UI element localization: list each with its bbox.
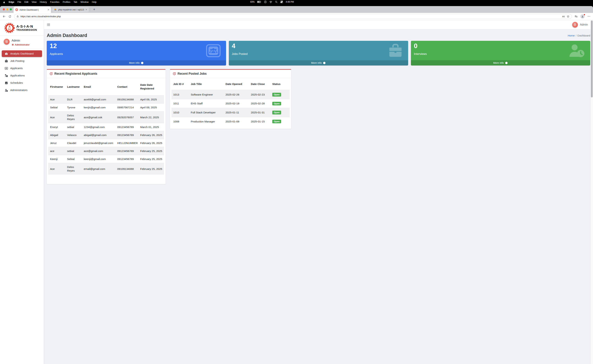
table-cell: sebial	[65, 123, 82, 131]
jobs-tbody: 1013Software Engineer2025-02-262025-02-2…	[171, 90, 290, 126]
browser-tab-phpmyadmin[interactable]: php-myadmin.net / sql113.infini ×	[52, 7, 89, 12]
table-cell: 2025-02-18	[224, 99, 249, 108]
arrow-circle-right-icon	[141, 61, 144, 65]
apple-icon[interactable]	[3, 1, 5, 3]
macos-menubar: Edge File Edit View History Favorites Pr…	[0, 0, 296, 4]
column-header: Email	[82, 78, 116, 96]
calendar-check-icon	[5, 81, 8, 84]
table-cell: ace	[48, 147, 65, 155]
table-cell: February 25, 2025	[138, 163, 164, 175]
table-cell: Jeruz	[48, 139, 65, 147]
table-cell: March 22, 2025	[138, 111, 164, 123]
sidebar-item-applications[interactable]: Applications	[2, 72, 42, 79]
page-content: Admin Dashboard Home/Dashboard 12 Applic…	[44, 29, 296, 182]
table-cell: 09957567214	[116, 104, 138, 111]
table-cell: EHS Staff	[189, 99, 224, 108]
avatar	[4, 39, 10, 45]
new-tab-button[interactable]: +	[92, 7, 96, 12]
table-cell: 09123456789	[116, 147, 138, 155]
recent-applicants-panel: Recent Registered Applicants Firstname L…	[47, 69, 165, 182]
more-info-link[interactable]: More info	[229, 60, 296, 65]
search-icon[interactable]	[275, 0, 278, 3]
table-cell: 2025-01-11	[224, 108, 249, 117]
brand-line1: A·S·I·A·N	[16, 25, 37, 28]
battery-icon	[257, 0, 261, 3]
table-cell: Open	[270, 108, 290, 117]
recent-jobs-panel: Recent Posted Jobs Job ID # Job Title Da…	[170, 69, 291, 129]
gauge-icon	[5, 52, 8, 55]
menu-item-window[interactable]: Window	[80, 1, 88, 3]
table-cell: 09123456789	[116, 123, 138, 131]
menu-item-view[interactable]: View	[32, 1, 36, 3]
table-cell: 2025-01-08	[224, 117, 249, 126]
tab-strip: Admin Dashboard | × php-myadmin.net / sq…	[0, 6, 296, 13]
sidebar-item-administrators[interactable]: Administrators	[2, 87, 42, 93]
table-cell: Ace	[48, 96, 65, 104]
sidebar-item-label: Applicants	[10, 67, 23, 70]
menu-item-help[interactable]: Help	[92, 1, 97, 3]
briefcase-icon	[5, 59, 8, 63]
close-window-button[interactable]	[3, 8, 5, 10]
table-cell: February 26, 2025	[138, 131, 164, 139]
table-cell: jeruzclaudel@gmail.com	[82, 139, 116, 147]
table-cell: Open	[270, 117, 290, 126]
close-tab-icon[interactable]: ×	[86, 8, 87, 11]
table-cell: 1011	[171, 99, 189, 108]
applicant-row: JeruzClaudeljeruzclaudel@gmail.comHELLON…	[48, 139, 164, 147]
table-cell: April 09, 2025	[138, 96, 164, 104]
browser-tab-admin-dashboard[interactable]: Admin Dashboard | ×	[13, 6, 51, 13]
brand[interactable]: A·S·I·A·N TRANSMISSION	[0, 20, 44, 36]
more-info-label: More info	[129, 61, 139, 64]
applicant-row: AceDelos Reyesace@gmail.cok09292076057Ma…	[48, 111, 164, 123]
menu-item-favorites[interactable]: Favorites	[50, 1, 59, 3]
brand-line2: TRANSMISSION	[16, 28, 37, 31]
close-tab-icon[interactable]: ×	[48, 8, 49, 11]
zoom-window-button[interactable]	[10, 8, 12, 10]
sidebar-item-schedules[interactable]: Schedules	[2, 79, 42, 86]
globe-icon	[12, 44, 14, 46]
column-header: Lastname	[65, 78, 82, 96]
table-cell: Abigail	[48, 131, 65, 139]
sidebar-item-label: Schedules	[10, 81, 23, 84]
table-cell: Tyrone	[65, 104, 82, 111]
topbar: Admin	[44, 20, 296, 29]
job-row: 1008Production Manager2025-01-082025-01-…	[171, 117, 290, 126]
table-cell: 1234@gmail.com	[82, 123, 116, 131]
tab-title: Admin Dashboard |	[20, 8, 46, 11]
play-icon[interactable]	[264, 0, 267, 3]
menu-item-history[interactable]: History	[40, 1, 47, 3]
more-info-link[interactable]: More info	[47, 60, 226, 65]
menu-item-profiles[interactable]: Profiles	[63, 1, 70, 3]
stat-label: Applicants	[50, 52, 226, 56]
control-center-icon[interactable]	[280, 0, 283, 3]
menu-item-file[interactable]: File	[18, 1, 21, 3]
jobs-table: Job ID # Job Title Date Opened Date Clos…	[171, 78, 290, 126]
applicant-row: Enorytsebial1234@gmail.com09123456789Mar…	[48, 123, 164, 131]
menu-item-edge[interactable]: Edge	[9, 1, 14, 3]
table-cell: Open	[270, 99, 290, 108]
lock-icon[interactable]	[16, 15, 19, 18]
clock: 4:46 PM	[286, 1, 294, 3]
menu-item-tab[interactable]: Tab	[73, 1, 77, 3]
sidebar-item-applicants[interactable]: Applicants	[2, 65, 42, 72]
column-header: Status	[270, 78, 290, 90]
wifi-icon[interactable]	[269, 0, 272, 3]
sidebar-item-analytic-dashboard[interactable]: Analytic Dashboard	[2, 50, 42, 57]
status-badge: Open	[272, 93, 281, 97]
reload-icon[interactable]	[8, 15, 12, 18]
sidebar-item-job-posting[interactable]: Job Posting	[2, 58, 42, 64]
menu-item-edit[interactable]: Edit	[25, 1, 28, 3]
user-name: Admin	[12, 39, 30, 42]
hamburger-menu-icon[interactable]	[47, 22, 50, 27]
minimize-window-button[interactable]	[6, 8, 8, 10]
table-cell: Velasco	[65, 131, 82, 139]
history-icon	[50, 72, 53, 75]
job-row: 1010Full Stack Developer2025-01-112025-0…	[171, 108, 290, 117]
table-cell: 09109134088	[116, 96, 138, 104]
sidebar-user-panel: Admin Administrator	[0, 36, 44, 49]
address-bar[interactable]: https://atc-arms.cloud/admin/index.php	[14, 14, 296, 19]
user-role: Administrator	[15, 43, 30, 46]
back-icon[interactable]	[2, 15, 6, 18]
table-cell: February 25, 2025	[138, 155, 164, 163]
sidebar-item-label: Job Posting	[10, 59, 24, 63]
